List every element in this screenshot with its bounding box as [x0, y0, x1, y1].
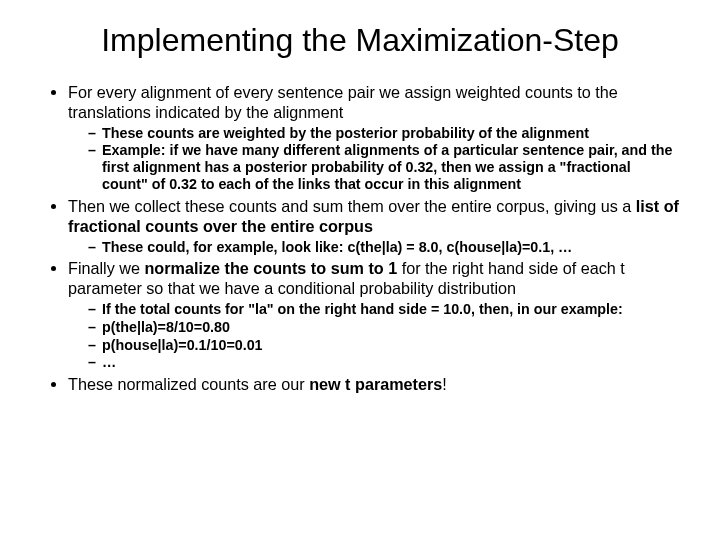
bullet-3-part2: normalize the counts to sum to 1 — [144, 259, 397, 277]
bullet-3: Finally we normalize the counts to sum t… — [68, 259, 680, 371]
bullet-3-part1: Finally we — [68, 259, 144, 277]
bullet-3-sub: If the total counts for "la" on the righ… — [68, 301, 680, 371]
bullet-1-sub: These counts are weighted by the posteri… — [68, 125, 680, 193]
bullet-4-part3: ! — [442, 375, 447, 393]
bullet-3-sub-4: … — [88, 354, 680, 371]
bullet-1-text: For every alignment of every sentence pa… — [68, 83, 618, 121]
bullet-list: For every alignment of every sentence pa… — [40, 83, 680, 395]
bullet-3-sub-2: p(the|la)=8/10=0.80 — [88, 319, 680, 336]
bullet-4-part1: These normalized counts are our — [68, 375, 309, 393]
bullet-1-sub-1: These counts are weighted by the posteri… — [88, 125, 680, 142]
bullet-4: These normalized counts are our new t pa… — [68, 375, 680, 395]
slide: Implementing the Maximization-Step For e… — [0, 0, 720, 540]
bullet-2-sub: These could, for example, look like: c(t… — [68, 239, 680, 256]
bullet-1: For every alignment of every sentence pa… — [68, 83, 680, 193]
bullet-2-sub-1: These could, for example, look like: c(t… — [88, 239, 680, 256]
bullet-2: Then we collect these counts and sum the… — [68, 197, 680, 255]
slide-title: Implementing the Maximization-Step — [40, 22, 680, 59]
bullet-3-sub-3: p(house|la)=0.1/10=0.01 — [88, 337, 680, 354]
bullet-4-part2: new t parameters — [309, 375, 442, 393]
bullet-1-sub-2: Example: if we have many different align… — [88, 142, 680, 193]
bullet-2-part1: Then we collect these counts and sum the… — [68, 197, 636, 215]
bullet-3-sub-1: If the total counts for "la" on the righ… — [88, 301, 680, 318]
